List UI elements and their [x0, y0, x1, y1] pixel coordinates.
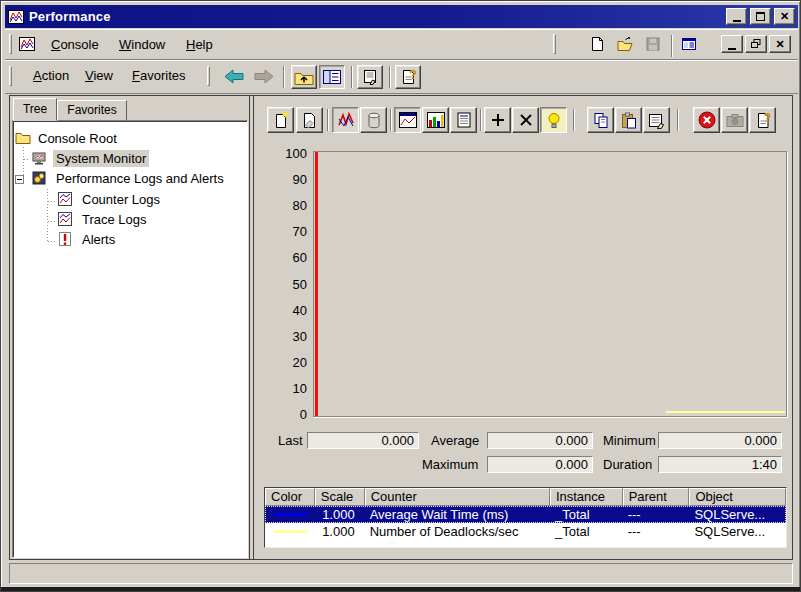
splitter[interactable] [249, 96, 250, 559]
trace-logs-icon [57, 211, 73, 227]
color-swatch-cell [265, 530, 315, 533]
tree-expander-minus[interactable] [15, 175, 24, 184]
menu-help[interactable]: Help [178, 35, 221, 54]
object-cell: SQLServe... [689, 524, 786, 539]
paste-counter-list-button[interactable] [615, 107, 642, 133]
tree-item-alerts[interactable]: Alerts [57, 230, 118, 248]
separator [677, 109, 679, 131]
tab-favorites[interactable]: Favorites [57, 100, 127, 121]
properties-icon [362, 69, 378, 85]
tree-item-system-monitor[interactable]: System Monitor [31, 149, 149, 167]
parent-cell: --- [623, 507, 690, 522]
menu-console[interactable]: Console [43, 35, 107, 54]
tree-item-console-root[interactable]: Console Root [15, 129, 120, 147]
new-counter-set-button[interactable] [267, 107, 294, 133]
counter-color-swatch [274, 513, 308, 516]
stat-value-minimum: 0.000 [658, 432, 782, 449]
y-axis-tick: 20 [265, 356, 307, 370]
tab-tree[interactable]: Tree [13, 98, 57, 121]
view-current-activity-button[interactable] [332, 107, 359, 133]
freeze-display-button[interactable] [693, 107, 720, 133]
toolbar-grip[interactable] [553, 34, 556, 54]
chart-series-deadlocks-line [666, 411, 785, 413]
system-monitor-icon [31, 150, 47, 166]
copy-icon [593, 112, 609, 129]
update-data-button-disabled[interactable] [721, 107, 748, 133]
menu-action[interactable]: Action [25, 66, 77, 85]
stat-value-average: 0.000 [487, 432, 593, 449]
toolbar-grip[interactable] [207, 66, 210, 86]
open-console-icon[interactable] [617, 36, 633, 52]
chart-plot-area [313, 151, 787, 417]
child-close-button[interactable]: ✕ [769, 35, 791, 53]
view-log-data-button[interactable] [360, 107, 387, 133]
paste-icon [621, 112, 637, 129]
column-header-scale[interactable]: Scale [315, 488, 365, 506]
properties-button[interactable] [643, 107, 670, 133]
column-header-object[interactable]: Object [689, 488, 786, 506]
alerts-icon [57, 231, 73, 247]
y-axis-tick: 10 [265, 382, 307, 396]
y-axis-tick: 30 [265, 330, 307, 344]
copy-properties-button[interactable] [587, 107, 614, 133]
tree-item-trace-logs[interactable]: Trace Logs [57, 210, 150, 228]
view-chart-button[interactable] [394, 107, 421, 133]
counter-list-header: Color Scale Counter Instance Parent Obje… [265, 488, 786, 506]
column-header-instance[interactable]: Instance [550, 488, 623, 506]
action-bar: Action View Favorites [5, 60, 798, 94]
forward-arrow-icon-disabled[interactable] [253, 68, 275, 85]
new-console-icon[interactable] [589, 36, 605, 52]
minimize-icon [733, 20, 741, 22]
highlight-button[interactable] [540, 107, 567, 133]
view-report-button[interactable] [450, 107, 477, 133]
up-folder-icon [294, 69, 314, 85]
separator [351, 66, 353, 88]
show-hide-console-tree-button[interactable] [319, 65, 345, 89]
counter-row-deadlocks[interactable]: 1.000 Number of Deadlocks/sec _Total ---… [265, 523, 786, 540]
separator [283, 66, 285, 88]
logs-and-alerts-icon [31, 170, 47, 186]
console-window-icon[interactable] [681, 36, 697, 52]
maximize-button[interactable] [750, 8, 771, 25]
help-button[interactable]: ? [749, 107, 776, 133]
up-one-level-button[interactable] [291, 65, 317, 89]
restore-icon [751, 39, 761, 49]
parent-cell: --- [623, 524, 690, 539]
menu-view[interactable]: View [77, 66, 121, 85]
counter-row-avg-wait-time[interactable]: 1.000 Average Wait Time (ms) _Total --- … [265, 506, 786, 523]
column-header-color[interactable]: Color [265, 488, 315, 506]
toolbar-grip[interactable] [9, 66, 12, 86]
column-header-counter[interactable]: Counter [365, 488, 550, 506]
clear-display-button[interactable] [296, 107, 323, 133]
child-minimize-button[interactable] [721, 35, 743, 53]
help-button[interactable]: ? [395, 65, 421, 89]
properties-button[interactable] [357, 65, 383, 89]
delete-counter-button[interactable] [512, 107, 539, 133]
separator [390, 109, 392, 131]
separator [389, 66, 391, 88]
tree-item-performance-logs-and-alerts[interactable]: Performance Logs and Alerts [31, 169, 227, 187]
tree-item-counter-logs[interactable]: Counter Logs [57, 190, 163, 208]
back-arrow-icon[interactable] [223, 68, 245, 85]
counter-logs-icon [57, 191, 73, 207]
child-restore-button[interactable] [745, 35, 767, 53]
column-header-parent[interactable]: Parent [623, 488, 690, 506]
question-icon: ? [764, 112, 771, 124]
view-histogram-button[interactable] [422, 107, 449, 133]
menu-favorites[interactable]: Favorites [124, 66, 193, 85]
minimize-button[interactable] [726, 8, 747, 25]
splitter[interactable] [253, 96, 254, 559]
color-swatch-cell [265, 513, 315, 516]
tree-connector [47, 189, 48, 241]
y-axis-tick: 100 [265, 147, 307, 161]
add-counter-button[interactable] [484, 107, 511, 133]
menu-window[interactable]: Window [111, 35, 173, 54]
counter-cell: Average Wait Time (ms) [365, 507, 550, 522]
save-icon-disabled[interactable] [645, 36, 661, 52]
counter-cell: Number of Deadlocks/sec [365, 524, 550, 539]
instance-cell: _Total [550, 524, 623, 539]
toolbar-grip[interactable] [9, 34, 12, 54]
perfmon-app-icon [8, 9, 24, 25]
y-axis-tick: 0 [265, 408, 307, 422]
close-button[interactable]: ✕ [774, 8, 795, 25]
